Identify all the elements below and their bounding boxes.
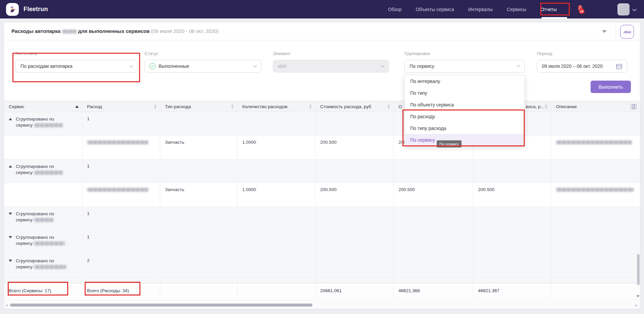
cell-expense-name [82, 183, 160, 207]
footer-expenses-total: Всего (Расходы: 34) [82, 283, 160, 300]
expand-group-icon[interactable] [9, 260, 12, 262]
cell-expense-count: 1 [82, 160, 160, 183]
column-header-description[interactable]: Описание [551, 101, 640, 112]
grouping-option-service[interactable]: По сервису [405, 134, 524, 146]
column-header-expense-cost[interactable]: Стоимость расхода, руб [315, 101, 394, 112]
report-card-header: Расходы автопарка для выполненных сервис… [4, 23, 640, 40]
group-cell[interactable]: Сгруппировано по сервису [4, 112, 82, 135]
report-table: Сервис Расход Тип расхода Количество рас… [4, 101, 640, 300]
status-select[interactable]: ✓ Выполненные [144, 60, 261, 73]
footer-total-cost-total: 46621.368 [394, 283, 473, 300]
expand-group-icon[interactable] [9, 236, 12, 238]
horizontal-scrollbar[interactable]: ◂ ▸ [4, 301, 640, 309]
table-row-group: Сгруппировано по сервису 1 [4, 112, 640, 136]
scroll-left-arrow-icon[interactable]: ◂ [6, 303, 7, 307]
cell-expense-count: 1 [82, 112, 160, 135]
horizontal-scroll-thumb[interactable] [10, 304, 312, 307]
period-input[interactable]: 09 июля 2020 – 06 окт. 2020 [537, 60, 627, 73]
redacted-service-name [34, 265, 66, 269]
table-row-detail: Запчасть 1.0000 200.500 200.500 200.500 [4, 183, 640, 207]
grouping-dropdown: По интервалу По типу По объекту сервиса … [404, 75, 525, 146]
grouping-option-interval[interactable]: По интервалу [405, 75, 524, 87]
group-cell[interactable]: Сгруппировано по сервису [4, 230, 82, 254]
nav-item-services[interactable]: Сервисы [507, 7, 526, 12]
period-label: Период [537, 51, 552, 56]
table-row-group: Сгруппировано по сервису 1 [4, 230, 640, 254]
expand-group-icon[interactable] [9, 213, 12, 215]
element-label: Элемент [273, 51, 291, 56]
table-header-row: Сервис Расход Тип расхода Количество рас… [4, 101, 640, 112]
group-cell[interactable]: Сгруппировано по сервису [4, 160, 82, 183]
brand-name: Fleetrun [24, 6, 48, 13]
report-type-value: По расходам автопарка [20, 63, 72, 69]
redacted-expense-name [87, 188, 148, 192]
user-menu-chevron-down-icon[interactable] [632, 7, 637, 11]
calendar-icon [616, 63, 622, 69]
grouping-option-type[interactable]: По типу [405, 87, 524, 99]
column-header-expense[interactable]: Расход [82, 101, 160, 112]
nav-item-service-objects[interactable]: Объекты сервиса [416, 7, 454, 12]
export-xlsx-button[interactable]: .xlsx [620, 25, 634, 39]
title-prefix: Расходы автопарка [11, 28, 60, 34]
avatar[interactable] [617, 3, 630, 15]
status-check-icon: ✓ [149, 63, 156, 69]
redacted-service-name [34, 241, 65, 245]
cell-service-cost: 200.500 [473, 183, 551, 207]
navbar: Fleetrun Обзор Объекты сервиса Интервалы… [0, 0, 644, 18]
grouping-option-expense[interactable]: По расходу [405, 110, 524, 122]
avatar-redacted [617, 3, 630, 15]
group-cell[interactable]: Сгруппировано по сервису [4, 207, 82, 230]
table-footer-row: Всего (Сервисы: 17) Всего (Расходы: 34) … [4, 283, 640, 300]
scroll-right-arrow-icon[interactable]: ▸ [636, 303, 637, 307]
element-value: olsh [278, 63, 287, 69]
cell-expense-cost: 200.500 [315, 183, 394, 207]
title-suffix: для выполненных сервисов [78, 28, 149, 34]
cell-expense-count: 1 [82, 230, 160, 254]
footer-service-cost-total: 46621.367 [473, 283, 551, 300]
collapse-group-icon[interactable] [9, 165, 12, 168]
sort-icon [545, 104, 548, 109]
group-cell[interactable]: Сгруппировано по сервису [4, 254, 82, 277]
nav-item-reports[interactable]: Отчеты [541, 7, 557, 12]
nav-items: Обзор Объекты сервиса Интервалы Сервисы … [388, 0, 557, 18]
report-type-select[interactable]: По расходам автопарка [15, 60, 138, 73]
fleetrun-logo-icon [6, 3, 19, 16]
scroll-down-arrow-icon[interactable] [636, 295, 640, 298]
grouping-option-expense-type[interactable]: По типу расхода [405, 122, 524, 134]
column-header-expense-count[interactable]: Количество расходов [238, 101, 315, 112]
sort-icon [387, 104, 390, 109]
cell-expense-cost: 200.500 [315, 136, 394, 159]
chevron-down-icon [381, 63, 384, 67]
collapse-report-arrow-icon[interactable] [602, 30, 607, 33]
status-label: Статус [144, 51, 158, 56]
column-settings-icon[interactable] [631, 104, 637, 109]
grouping-select[interactable]: По сервису [404, 60, 525, 73]
cell-expense-count: 1 [82, 207, 160, 230]
brand: Fleetrun [6, 3, 48, 16]
run-report-button[interactable]: Выполнить [591, 81, 631, 93]
column-header-service[interactable]: Сервис [4, 101, 82, 112]
collapse-group-icon[interactable] [9, 118, 12, 120]
chevron-down-icon [129, 63, 133, 67]
cell-total-cost: 200.500 [394, 183, 473, 207]
table-row-detail: Запчасть 1.0000 200.500 200.500 [4, 136, 640, 160]
footer-expense-cost-total: 20861.061 [315, 283, 394, 300]
nav-item-obzor[interactable]: Обзор [388, 7, 401, 12]
column-header-expense-type[interactable]: Тип расхода [160, 101, 238, 112]
nav-item-intervals[interactable]: Интервалы [468, 7, 493, 12]
cell-expense-quantity: 1.0000 [238, 183, 315, 207]
table-row-group: Сгруппировано по сервису 1 [4, 207, 640, 230]
cell-expense-count: 2 [82, 254, 160, 277]
table-row-group: Сгруппировано по сервису 2 [4, 254, 640, 277]
report-card: Расходы автопарка для выполненных сервис… [4, 23, 640, 309]
notification-badge: 15 [579, 8, 585, 14]
title-period-note: (09 июля 2020 - 06 окт. 2020) [151, 28, 219, 34]
sort-icon [154, 104, 157, 109]
grouping-option-service-object[interactable]: По объекту сервиса [405, 99, 524, 110]
sort-icon [309, 104, 312, 109]
cell-expense-type: Запчасть [160, 136, 238, 159]
grouping-value: По сервису [410, 63, 434, 69]
notifications-bell[interactable]: 15 [576, 4, 587, 15]
sort-icon [231, 104, 234, 109]
vertical-scroll-thumb[interactable] [637, 254, 640, 285]
